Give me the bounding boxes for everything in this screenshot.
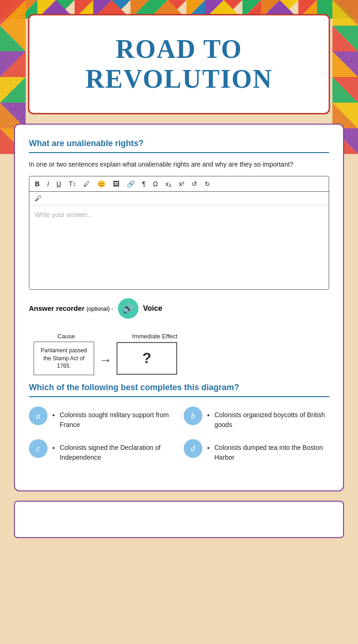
underline-button[interactable]: U	[55, 179, 63, 189]
question1-instruction: In one or two sentences explain what una…	[29, 160, 329, 169]
cause-label: Cause	[34, 333, 99, 340]
bottom-card	[14, 501, 344, 538]
editor-toolbar: B I U T↕ 🖊 😊 🖼 🔗 ¶ Ω x₂ x² ↺ ↻	[29, 176, 329, 192]
choice-b: b Colonists organized boycotts of Britis…	[184, 406, 329, 430]
bold-button[interactable]: B	[33, 179, 41, 189]
choice-text-c: Colonists signed the Declaration of Inde…	[60, 439, 174, 462]
question1-section: What are unalienable rights? In one or t…	[29, 139, 329, 319]
content-card: What are unalienable rights? In one or t…	[14, 124, 344, 491]
choices-grid: a Colonists sought military support from…	[29, 406, 329, 462]
choice-badge-c[interactable]: c	[29, 439, 48, 458]
image-button[interactable]: 🖼	[111, 179, 121, 189]
answer-textarea[interactable]: Write your answer...	[29, 205, 329, 289]
voice-label: Voice	[143, 304, 163, 313]
voice-record-button[interactable]: 🔊	[118, 298, 138, 319]
recorder-optional: (optional) -	[86, 306, 113, 312]
title-card: ROAD TO REVOLUTION	[28, 14, 330, 114]
cause-box: Parliament passed the Stamp Act of 1765.	[34, 342, 94, 375]
eraser-button[interactable]: 🖋	[33, 194, 43, 203]
italic-button[interactable]: I	[45, 179, 51, 189]
superscript-button[interactable]: x²	[177, 179, 186, 189]
question2-section: Cause Immediate Effect Parliament passed…	[29, 333, 329, 462]
choice-text-b: Colonists organized boycotts of British …	[214, 406, 329, 430]
recorder-label: Answer recorder (optional) -	[29, 304, 113, 312]
choice-c: c Colonists signed the Declaration of In…	[29, 439, 174, 462]
question2-title: Which of the following best completes th…	[29, 383, 329, 397]
fontsize-button[interactable]: T↕	[67, 179, 78, 189]
choice-badge-b[interactable]: b	[184, 406, 202, 425]
choice-a: a Colonists sought military support from…	[29, 406, 174, 430]
choice-text-a: Colonists sought military support from F…	[60, 406, 174, 430]
arrow-icon: →	[99, 353, 112, 368]
link-button[interactable]: 🔗	[125, 179, 137, 189]
undo-button[interactable]: ↺	[190, 179, 199, 189]
choice-text-d: Colonists dumped tea into the Boston Har…	[214, 439, 329, 462]
toolbar-row2: 🖋	[29, 192, 329, 205]
effect-label: Immediate Effect	[122, 333, 187, 340]
color-button[interactable]: 🖊	[82, 179, 92, 189]
question-mark: ?	[142, 350, 151, 367]
effect-box: ?	[117, 342, 177, 375]
redo-button[interactable]: ↻	[203, 179, 212, 189]
answer-recorder: Answer recorder (optional) - 🔊 Voice	[29, 298, 329, 319]
choice-badge-d[interactable]: d	[184, 439, 202, 458]
diagram-container: Parliament passed the Stamp Act of 1765.…	[29, 342, 329, 375]
subscript-button[interactable]: x₂	[164, 179, 173, 189]
speaker-icon: 🔊	[122, 303, 134, 314]
page-title: ROAD TO REVOLUTION	[39, 34, 319, 94]
emoji-button[interactable]: 😊	[96, 179, 107, 189]
choice-badge-a[interactable]: a	[29, 406, 48, 425]
text-editor: B I U T↕ 🖊 😊 🖼 🔗 ¶ Ω x₂ x² ↺ ↻ 🖋	[29, 176, 329, 290]
omega-button[interactable]: Ω	[151, 179, 159, 189]
question1-title: What are unalienable rights?	[29, 139, 329, 153]
choice-d: d Colonists dumped tea into the Boston H…	[184, 439, 329, 462]
paragraph-button[interactable]: ¶	[140, 179, 148, 189]
